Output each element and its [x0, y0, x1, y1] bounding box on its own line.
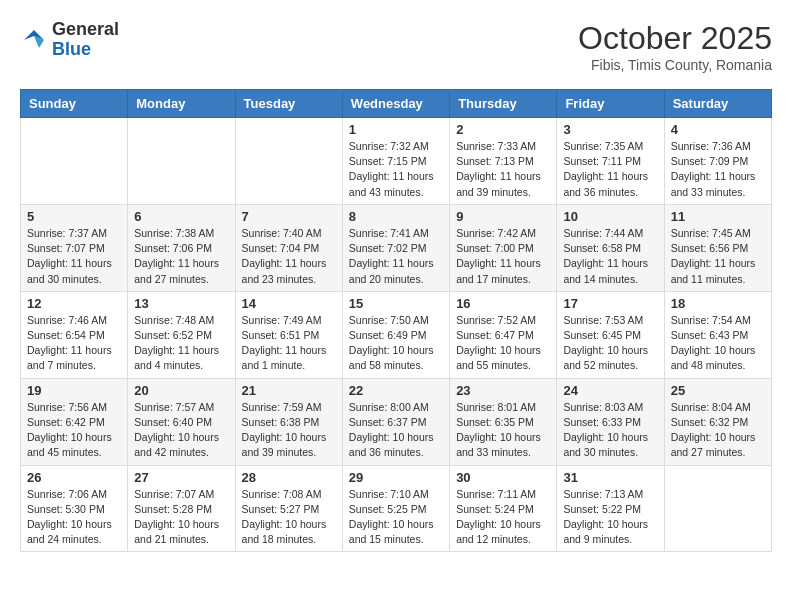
day-number: 18 — [671, 296, 765, 311]
day-info: Sunrise: 7:49 AM Sunset: 6:51 PM Dayligh… — [242, 313, 336, 374]
weekday-header: Sunday — [21, 90, 128, 118]
calendar-cell: 21Sunrise: 7:59 AM Sunset: 6:38 PM Dayli… — [235, 378, 342, 465]
month-title: October 2025 — [578, 20, 772, 57]
calendar-cell: 29Sunrise: 7:10 AM Sunset: 5:25 PM Dayli… — [342, 465, 449, 552]
logo-icon — [20, 26, 48, 54]
day-number: 31 — [563, 470, 657, 485]
calendar-cell: 8Sunrise: 7:41 AM Sunset: 7:02 PM Daylig… — [342, 204, 449, 291]
weekday-header: Saturday — [664, 90, 771, 118]
day-info: Sunrise: 7:13 AM Sunset: 5:22 PM Dayligh… — [563, 487, 657, 548]
calendar-week-row: 26Sunrise: 7:06 AM Sunset: 5:30 PM Dayli… — [21, 465, 772, 552]
calendar-week-row: 1Sunrise: 7:32 AM Sunset: 7:15 PM Daylig… — [21, 118, 772, 205]
calendar-cell: 19Sunrise: 7:56 AM Sunset: 6:42 PM Dayli… — [21, 378, 128, 465]
calendar-cell: 7Sunrise: 7:40 AM Sunset: 7:04 PM Daylig… — [235, 204, 342, 291]
calendar-cell: 20Sunrise: 7:57 AM Sunset: 6:40 PM Dayli… — [128, 378, 235, 465]
day-number: 5 — [27, 209, 121, 224]
day-number: 4 — [671, 122, 765, 137]
day-info: Sunrise: 7:42 AM Sunset: 7:00 PM Dayligh… — [456, 226, 550, 287]
svg-marker-0 — [24, 30, 44, 40]
calendar-cell: 27Sunrise: 7:07 AM Sunset: 5:28 PM Dayli… — [128, 465, 235, 552]
calendar-cell — [235, 118, 342, 205]
day-info: Sunrise: 7:52 AM Sunset: 6:47 PM Dayligh… — [456, 313, 550, 374]
logo-text: General Blue — [52, 20, 119, 60]
day-info: Sunrise: 7:40 AM Sunset: 7:04 PM Dayligh… — [242, 226, 336, 287]
calendar-cell: 12Sunrise: 7:46 AM Sunset: 6:54 PM Dayli… — [21, 291, 128, 378]
day-number: 2 — [456, 122, 550, 137]
calendar-cell: 11Sunrise: 7:45 AM Sunset: 6:56 PM Dayli… — [664, 204, 771, 291]
calendar-cell: 30Sunrise: 7:11 AM Sunset: 5:24 PM Dayli… — [450, 465, 557, 552]
calendar-cell: 9Sunrise: 7:42 AM Sunset: 7:00 PM Daylig… — [450, 204, 557, 291]
day-info: Sunrise: 7:46 AM Sunset: 6:54 PM Dayligh… — [27, 313, 121, 374]
day-number: 23 — [456, 383, 550, 398]
day-info: Sunrise: 8:03 AM Sunset: 6:33 PM Dayligh… — [563, 400, 657, 461]
calendar-cell: 10Sunrise: 7:44 AM Sunset: 6:58 PM Dayli… — [557, 204, 664, 291]
day-info: Sunrise: 7:11 AM Sunset: 5:24 PM Dayligh… — [456, 487, 550, 548]
weekday-header: Friday — [557, 90, 664, 118]
calendar-cell: 28Sunrise: 7:08 AM Sunset: 5:27 PM Dayli… — [235, 465, 342, 552]
day-number: 7 — [242, 209, 336, 224]
day-info: Sunrise: 7:54 AM Sunset: 6:43 PM Dayligh… — [671, 313, 765, 374]
day-number: 3 — [563, 122, 657, 137]
page-header: General Blue October 2025 Fibis, Timis C… — [20, 20, 772, 73]
day-info: Sunrise: 8:04 AM Sunset: 6:32 PM Dayligh… — [671, 400, 765, 461]
day-info: Sunrise: 7:38 AM Sunset: 7:06 PM Dayligh… — [134, 226, 228, 287]
day-info: Sunrise: 8:01 AM Sunset: 6:35 PM Dayligh… — [456, 400, 550, 461]
location-subtitle: Fibis, Timis County, Romania — [578, 57, 772, 73]
day-info: Sunrise: 7:32 AM Sunset: 7:15 PM Dayligh… — [349, 139, 443, 200]
logo: General Blue — [20, 20, 119, 60]
calendar-cell: 31Sunrise: 7:13 AM Sunset: 5:22 PM Dayli… — [557, 465, 664, 552]
calendar-cell: 18Sunrise: 7:54 AM Sunset: 6:43 PM Dayli… — [664, 291, 771, 378]
day-info: Sunrise: 7:33 AM Sunset: 7:13 PM Dayligh… — [456, 139, 550, 200]
day-info: Sunrise: 7:44 AM Sunset: 6:58 PM Dayligh… — [563, 226, 657, 287]
calendar-cell: 22Sunrise: 8:00 AM Sunset: 6:37 PM Dayli… — [342, 378, 449, 465]
calendar-cell: 16Sunrise: 7:52 AM Sunset: 6:47 PM Dayli… — [450, 291, 557, 378]
day-number: 28 — [242, 470, 336, 485]
calendar-cell: 15Sunrise: 7:50 AM Sunset: 6:49 PM Dayli… — [342, 291, 449, 378]
day-number: 30 — [456, 470, 550, 485]
day-number: 8 — [349, 209, 443, 224]
calendar-cell: 17Sunrise: 7:53 AM Sunset: 6:45 PM Dayli… — [557, 291, 664, 378]
day-info: Sunrise: 7:35 AM Sunset: 7:11 PM Dayligh… — [563, 139, 657, 200]
day-number: 15 — [349, 296, 443, 311]
day-number: 27 — [134, 470, 228, 485]
calendar-table: SundayMondayTuesdayWednesdayThursdayFrid… — [20, 89, 772, 552]
day-info: Sunrise: 8:00 AM Sunset: 6:37 PM Dayligh… — [349, 400, 443, 461]
day-info: Sunrise: 7:41 AM Sunset: 7:02 PM Dayligh… — [349, 226, 443, 287]
calendar-cell: 2Sunrise: 7:33 AM Sunset: 7:13 PM Daylig… — [450, 118, 557, 205]
day-info: Sunrise: 7:59 AM Sunset: 6:38 PM Dayligh… — [242, 400, 336, 461]
day-info: Sunrise: 7:10 AM Sunset: 5:25 PM Dayligh… — [349, 487, 443, 548]
day-number: 16 — [456, 296, 550, 311]
day-info: Sunrise: 7:06 AM Sunset: 5:30 PM Dayligh… — [27, 487, 121, 548]
day-number: 19 — [27, 383, 121, 398]
weekday-header: Tuesday — [235, 90, 342, 118]
day-number: 12 — [27, 296, 121, 311]
day-info: Sunrise: 7:45 AM Sunset: 6:56 PM Dayligh… — [671, 226, 765, 287]
calendar-cell — [664, 465, 771, 552]
day-number: 26 — [27, 470, 121, 485]
day-number: 9 — [456, 209, 550, 224]
weekday-header: Monday — [128, 90, 235, 118]
weekday-header: Wednesday — [342, 90, 449, 118]
calendar-cell: 23Sunrise: 8:01 AM Sunset: 6:35 PM Dayli… — [450, 378, 557, 465]
calendar-cell: 25Sunrise: 8:04 AM Sunset: 6:32 PM Dayli… — [664, 378, 771, 465]
calendar-cell: 6Sunrise: 7:38 AM Sunset: 7:06 PM Daylig… — [128, 204, 235, 291]
day-number: 11 — [671, 209, 765, 224]
day-info: Sunrise: 7:48 AM Sunset: 6:52 PM Dayligh… — [134, 313, 228, 374]
day-info: Sunrise: 7:56 AM Sunset: 6:42 PM Dayligh… — [27, 400, 121, 461]
day-info: Sunrise: 7:07 AM Sunset: 5:28 PM Dayligh… — [134, 487, 228, 548]
calendar-week-row: 19Sunrise: 7:56 AM Sunset: 6:42 PM Dayli… — [21, 378, 772, 465]
title-block: October 2025 Fibis, Timis County, Romani… — [578, 20, 772, 73]
weekday-header: Thursday — [450, 90, 557, 118]
day-info: Sunrise: 7:37 AM Sunset: 7:07 PM Dayligh… — [27, 226, 121, 287]
calendar-cell: 1Sunrise: 7:32 AM Sunset: 7:15 PM Daylig… — [342, 118, 449, 205]
calendar-cell: 14Sunrise: 7:49 AM Sunset: 6:51 PM Dayli… — [235, 291, 342, 378]
day-number: 29 — [349, 470, 443, 485]
day-number: 21 — [242, 383, 336, 398]
day-number: 14 — [242, 296, 336, 311]
day-number: 25 — [671, 383, 765, 398]
day-number: 10 — [563, 209, 657, 224]
day-number: 17 — [563, 296, 657, 311]
day-number: 1 — [349, 122, 443, 137]
calendar-header-row: SundayMondayTuesdayWednesdayThursdayFrid… — [21, 90, 772, 118]
day-number: 20 — [134, 383, 228, 398]
